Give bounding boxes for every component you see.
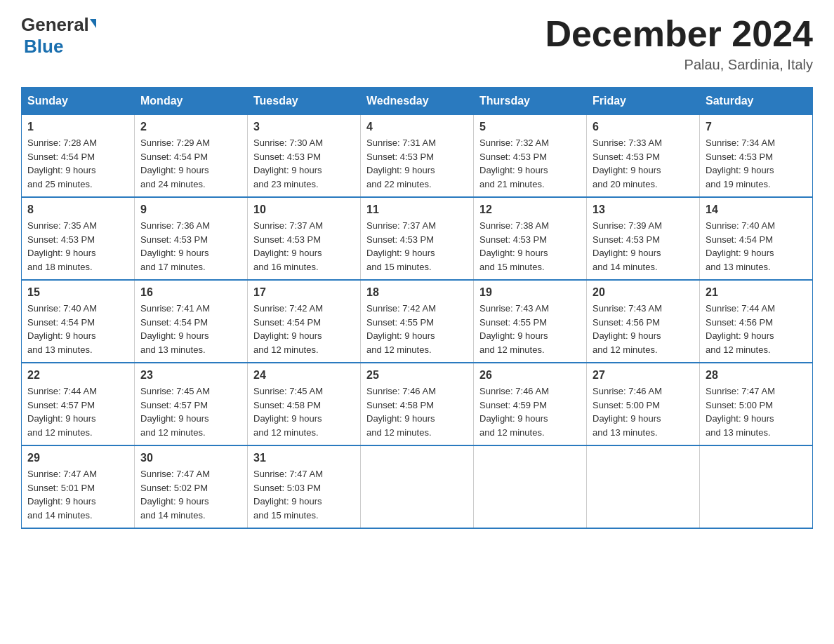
table-row: 26 Sunrise: 7:46 AM Sunset: 4:59 PM Dayl… xyxy=(474,363,587,445)
sunset-label: Sunset: 4:54 PM xyxy=(140,317,208,328)
day-info: Sunrise: 7:32 AM Sunset: 4:53 PM Dayligh… xyxy=(479,136,581,191)
day-info: Sunrise: 7:31 AM Sunset: 4:53 PM Dayligh… xyxy=(366,136,468,191)
table-row xyxy=(361,445,474,528)
sunrise-label: Sunrise: 7:44 AM xyxy=(706,303,775,314)
day-number: 7 xyxy=(706,121,807,133)
daylight-label: Daylight: 9 hours xyxy=(140,330,209,341)
day-number: 13 xyxy=(593,203,694,216)
sunset-label: Sunset: 4:54 PM xyxy=(706,234,773,245)
sunset-label: Sunset: 4:57 PM xyxy=(27,400,95,410)
day-info: Sunrise: 7:46 AM Sunset: 5:00 PM Dayligh… xyxy=(593,384,694,439)
day-info: Sunrise: 7:44 AM Sunset: 4:56 PM Dayligh… xyxy=(706,302,807,356)
sunset-label: Sunset: 5:00 PM xyxy=(593,400,660,410)
daylight-minutes: and 14 minutes. xyxy=(593,262,658,272)
sunrise-label: Sunrise: 7:40 AM xyxy=(706,220,775,231)
sunset-label: Sunset: 5:01 PM xyxy=(27,483,95,493)
daylight-minutes: and 24 minutes. xyxy=(140,179,206,189)
day-number: 25 xyxy=(366,369,468,382)
day-info: Sunrise: 7:46 AM Sunset: 4:59 PM Dayligh… xyxy=(479,384,581,439)
day-number: 3 xyxy=(253,121,355,133)
sunrise-label: Sunrise: 7:34 AM xyxy=(706,137,775,148)
daylight-minutes: and 14 minutes. xyxy=(140,510,206,521)
calendar-body: 1 Sunrise: 7:28 AM Sunset: 4:54 PM Dayli… xyxy=(22,115,813,529)
day-number: 5 xyxy=(479,121,581,133)
daylight-label: Daylight: 9 hours xyxy=(253,496,322,507)
daylight-minutes: and 14 minutes. xyxy=(27,510,93,521)
daylight-label: Daylight: 9 hours xyxy=(140,165,209,175)
daylight-label: Daylight: 9 hours xyxy=(706,165,774,175)
sunrise-label: Sunrise: 7:46 AM xyxy=(366,386,436,396)
day-info: Sunrise: 7:29 AM Sunset: 4:54 PM Dayligh… xyxy=(140,136,241,191)
day-number: 4 xyxy=(366,121,468,133)
day-number: 19 xyxy=(479,286,581,299)
daylight-label: Daylight: 9 hours xyxy=(140,248,209,258)
sunset-label: Sunset: 4:59 PM xyxy=(479,400,547,410)
logo-general-text: General xyxy=(21,14,89,36)
sunset-label: Sunset: 4:53 PM xyxy=(253,152,321,162)
header-sunday: Sunday xyxy=(22,88,135,115)
calendar-header: Sunday Monday Tuesday Wednesday Thursday… xyxy=(22,88,813,115)
daylight-label: Daylight: 9 hours xyxy=(479,165,548,175)
day-info: Sunrise: 7:47 AM Sunset: 5:01 PM Dayligh… xyxy=(27,467,128,522)
day-number: 17 xyxy=(253,286,355,299)
header-thursday: Thursday xyxy=(474,88,587,115)
daylight-minutes: and 12 minutes. xyxy=(479,427,545,438)
sunset-label: Sunset: 4:56 PM xyxy=(593,317,660,328)
table-row: 14 Sunrise: 7:40 AM Sunset: 4:54 PM Dayl… xyxy=(700,197,813,280)
daylight-minutes: and 12 minutes. xyxy=(366,344,432,355)
table-row xyxy=(587,445,700,528)
daylight-minutes: and 23 minutes. xyxy=(253,179,319,189)
table-row: 28 Sunrise: 7:47 AM Sunset: 5:00 PM Dayl… xyxy=(700,363,813,445)
day-number: 12 xyxy=(479,203,581,216)
daylight-minutes: and 12 minutes. xyxy=(253,344,319,355)
day-info: Sunrise: 7:37 AM Sunset: 4:53 PM Dayligh… xyxy=(253,219,355,274)
daylight-minutes: and 16 minutes. xyxy=(253,262,319,272)
day-number: 1 xyxy=(27,121,128,133)
day-number: 30 xyxy=(140,452,241,464)
day-number: 23 xyxy=(140,369,241,382)
table-row: 30 Sunrise: 7:47 AM Sunset: 5:02 PM Dayl… xyxy=(135,445,248,528)
sunset-label: Sunset: 4:53 PM xyxy=(479,234,547,245)
daylight-minutes: and 13 minutes. xyxy=(27,344,93,355)
daylight-label: Daylight: 9 hours xyxy=(253,248,322,258)
table-row: 18 Sunrise: 7:42 AM Sunset: 4:55 PM Dayl… xyxy=(361,280,474,363)
day-number: 22 xyxy=(27,369,128,382)
sunset-label: Sunset: 5:03 PM xyxy=(253,483,321,493)
daylight-label: Daylight: 9 hours xyxy=(140,496,209,507)
table-row: 13 Sunrise: 7:39 AM Sunset: 4:53 PM Dayl… xyxy=(587,197,700,280)
daylight-minutes: and 12 minutes. xyxy=(366,427,432,438)
sunset-label: Sunset: 4:56 PM xyxy=(706,317,773,328)
day-info: Sunrise: 7:38 AM Sunset: 4:53 PM Dayligh… xyxy=(479,219,581,274)
table-row: 27 Sunrise: 7:46 AM Sunset: 5:00 PM Dayl… xyxy=(587,363,700,445)
sunset-label: Sunset: 5:00 PM xyxy=(706,400,773,410)
sunrise-label: Sunrise: 7:32 AM xyxy=(479,137,549,148)
table-row: 6 Sunrise: 7:33 AM Sunset: 4:53 PM Dayli… xyxy=(587,115,700,198)
sunrise-label: Sunrise: 7:37 AM xyxy=(253,220,323,231)
daylight-label: Daylight: 9 hours xyxy=(479,248,548,258)
sunrise-label: Sunrise: 7:37 AM xyxy=(366,220,436,231)
day-info: Sunrise: 7:42 AM Sunset: 4:55 PM Dayligh… xyxy=(366,302,468,356)
sunset-label: Sunset: 5:02 PM xyxy=(140,483,208,493)
table-row: 21 Sunrise: 7:44 AM Sunset: 4:56 PM Dayl… xyxy=(700,280,813,363)
day-info: Sunrise: 7:47 AM Sunset: 5:02 PM Dayligh… xyxy=(140,467,241,522)
sunrise-label: Sunrise: 7:39 AM xyxy=(593,220,662,231)
daylight-minutes: and 17 minutes. xyxy=(140,262,206,272)
sunset-label: Sunset: 4:54 PM xyxy=(140,152,208,162)
sunrise-label: Sunrise: 7:29 AM xyxy=(140,137,210,148)
day-info: Sunrise: 7:36 AM Sunset: 4:53 PM Dayligh… xyxy=(140,219,241,274)
day-info: Sunrise: 7:30 AM Sunset: 4:53 PM Dayligh… xyxy=(253,136,355,191)
daylight-label: Daylight: 9 hours xyxy=(366,330,435,341)
day-info: Sunrise: 7:47 AM Sunset: 5:03 PM Dayligh… xyxy=(253,467,355,522)
table-row: 10 Sunrise: 7:37 AM Sunset: 4:53 PM Dayl… xyxy=(248,197,361,280)
table-row: 29 Sunrise: 7:47 AM Sunset: 5:01 PM Dayl… xyxy=(22,445,135,528)
header-saturday: Saturday xyxy=(700,88,813,115)
day-number: 16 xyxy=(140,286,241,299)
daylight-label: Daylight: 9 hours xyxy=(593,248,661,258)
sunset-label: Sunset: 4:53 PM xyxy=(593,234,660,245)
table-row: 31 Sunrise: 7:47 AM Sunset: 5:03 PM Dayl… xyxy=(248,445,361,528)
calendar-table: Sunday Monday Tuesday Wednesday Thursday… xyxy=(21,87,813,529)
daylight-minutes: and 13 minutes. xyxy=(140,344,206,355)
table-row: 22 Sunrise: 7:44 AM Sunset: 4:57 PM Dayl… xyxy=(22,363,135,445)
daylight-minutes: and 20 minutes. xyxy=(593,179,658,189)
sunrise-label: Sunrise: 7:42 AM xyxy=(366,303,436,314)
